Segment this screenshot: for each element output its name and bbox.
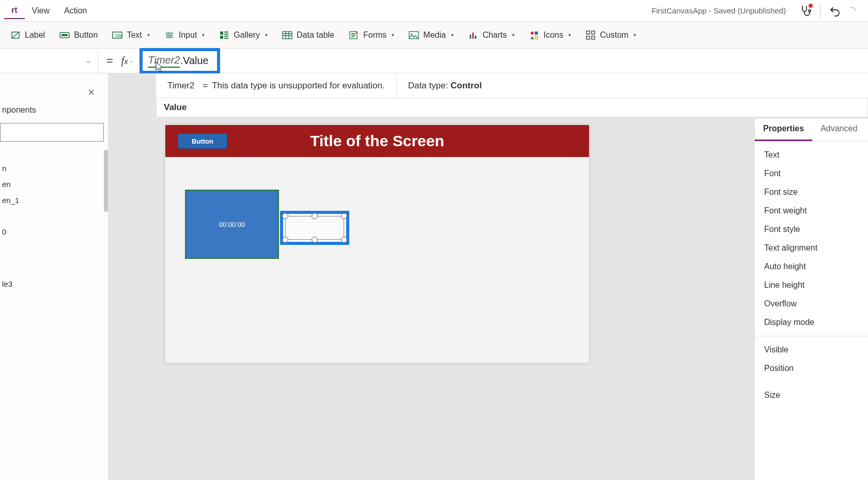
prop-size[interactable]: Size [755,386,868,405]
svg-rect-8 [220,32,223,35]
fx-icon[interactable]: fx [121,55,130,67]
prop-position[interactable]: Position [755,359,868,378]
svg-rect-12 [224,36,228,37]
tree-search-input[interactable] [0,123,104,142]
prop-line-height[interactable]: Line height [755,276,868,295]
tab-advanced[interactable]: Advanced [812,119,865,141]
insert-datatable-button[interactable]: Data table [277,27,339,43]
intellisense-suggestion[interactable]: Value [156,98,868,117]
svg-point-23 [535,36,538,39]
prop-font-size[interactable]: Font size [755,183,868,202]
resize-handle[interactable] [312,237,318,243]
canvas-area: Timer2=This data type is unsupported for… [109,73,868,480]
svg-rect-22 [535,32,538,35]
insert-media-button[interactable]: Media▾ [404,27,459,43]
charts-icon [468,30,478,40]
prop-auto-height[interactable]: Auto height [755,257,868,276]
prop-text-alignment[interactable]: Text alignment [755,239,868,257]
resize-handle[interactable] [341,237,347,243]
prop-visible[interactable]: Visible [755,340,868,359]
prop-font-style[interactable]: Font style [755,220,868,239]
svg-point-0 [809,10,811,12]
prop-overflow[interactable]: Overflow [755,295,868,313]
equals-sign: = [98,54,121,68]
insert-button-button[interactable]: Button [54,27,103,43]
properties-panel: Properties Advanced Text Font Font size … [754,119,868,480]
svg-point-17 [411,33,413,35]
tree-item[interactable]: en [0,176,108,192]
tree-item[interactable]: 0 [0,224,108,240]
datatype-cell: Data type: Control [397,73,493,98]
prop-font[interactable]: Font [755,164,868,183]
menu-insert[interactable]: rt [4,3,25,19]
selected-label-control[interactable] [280,211,349,245]
datatable-icon [282,30,292,40]
svg-rect-11 [220,36,223,39]
svg-rect-26 [586,36,590,39]
close-icon[interactable]: × [88,86,95,99]
formula-input-highlight[interactable]: Timer2.Value [140,48,220,74]
insert-icons-button[interactable]: Icons▾ [524,27,576,43]
prop-display-mode[interactable]: Display mode [755,313,868,332]
property-dropdown[interactable]: ⌵ [0,49,98,73]
canvas-title-label: Title of the Screen [165,132,589,150]
undo-icon[interactable] [829,5,841,17]
scrollbar[interactable] [104,150,108,212]
custom-icon [585,30,596,40]
insert-gallery-button[interactable]: Gallery▾ [214,27,273,43]
formula-token-name: Timer2 [148,54,180,68]
svg-rect-24 [586,31,590,34]
tree-item[interactable]: le3 [0,276,108,292]
resize-handle[interactable] [341,213,347,219]
redo-icon[interactable] [849,5,857,17]
formula-bar: ⌵ = fx ⌵ Timer2.Value [0,49,868,73]
svg-rect-20 [475,36,476,39]
insert-input-button[interactable]: Input▾ [159,27,210,43]
formula-result-cell: Timer2=This data type is unsupported for… [156,73,397,98]
resize-handle[interactable] [282,213,288,219]
svg-rect-2 [61,34,68,36]
tab-properties[interactable]: Properties [755,119,812,141]
app-canvas[interactable]: Button Title of the Screen 00:00:00 [165,125,589,363]
button-icon [59,30,70,40]
app-checker-icon[interactable] [799,5,812,17]
svg-rect-27 [592,36,595,39]
tree-item[interactable]: en_1 [0,192,108,208]
resize-handle[interactable] [312,213,318,219]
svg-rect-19 [472,33,474,39]
canvas-button-control[interactable]: Button [178,133,227,149]
resize-handle[interactable] [282,237,288,243]
insert-forms-button[interactable]: Forms▾ [344,27,399,43]
insert-charts-button[interactable]: Charts▾ [463,27,520,43]
gallery-icon [219,30,229,40]
insert-ribbon: Label Button Abc Text▾ Input▾ Gallery▾ D… [0,22,868,49]
svg-point-5 [166,32,168,34]
menu-action[interactable]: Action [57,3,94,19]
tree-tab-components[interactable]: nponents [0,105,108,115]
formula-token-rest: .Value [180,55,208,67]
input-icon [164,30,175,40]
tree-item[interactable]: n [0,160,108,176]
svg-point-6 [169,34,172,36]
svg-point-7 [168,36,170,38]
fx-expand-icon[interactable]: ⌵ [130,57,133,64]
menu-bar: rt View Action FirstCanvasApp - Saved (U… [0,0,868,22]
insert-text-button[interactable]: Abc Text▾ [107,27,154,43]
tree-view-panel: × nponents n en en_1 0 le3 [0,73,109,480]
prop-font-weight[interactable]: Font weight [755,202,868,220]
insert-custom-button[interactable]: Custom▾ [580,27,641,43]
prop-text[interactable]: Text [755,146,868,164]
timer-control[interactable]: 00:00:00 [185,190,279,259]
canvas-header: Button Title of the Screen [165,125,589,157]
svg-rect-18 [470,35,471,39]
svg-rect-9 [224,32,228,33]
svg-text:Abc: Abc [115,33,122,38]
insert-label-button[interactable]: Label [5,27,50,43]
media-icon [409,30,419,40]
svg-rect-25 [592,31,595,34]
svg-point-21 [531,32,534,35]
svg-rect-10 [224,34,228,35]
menu-view[interactable]: View [25,3,57,19]
svg-rect-13 [224,38,228,39]
icons-icon [529,30,539,40]
